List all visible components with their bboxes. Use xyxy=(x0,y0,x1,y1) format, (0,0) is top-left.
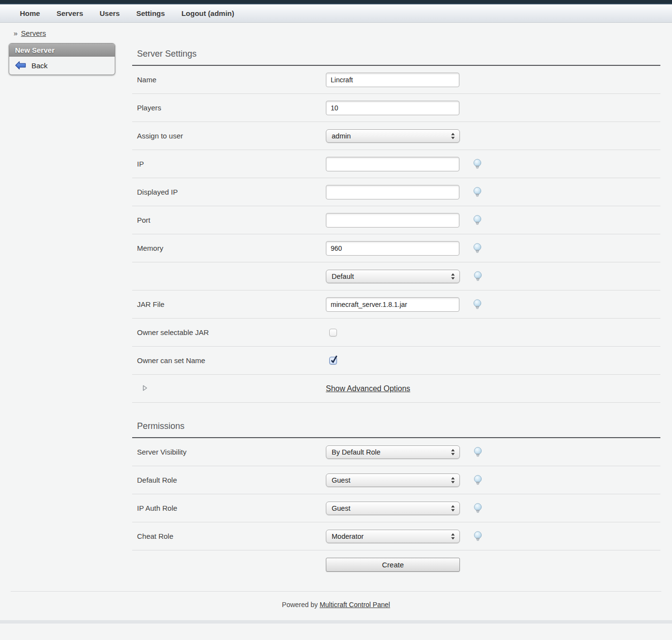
form-row-ip: IP xyxy=(132,150,660,178)
help-bulb-icon[interactable] xyxy=(473,187,482,197)
field-label: Server Visibility xyxy=(132,448,326,456)
select-stepper-icon xyxy=(451,477,455,484)
form-row-owner-selectable-jar: Owner selectable JAR xyxy=(132,319,660,347)
form-row-name: Name xyxy=(132,66,660,94)
nav-item-logout[interactable]: Logout (admin) xyxy=(173,9,243,17)
nav-item-users[interactable]: Users xyxy=(92,9,128,17)
select-stepper-icon xyxy=(451,505,455,512)
field-label: Owner selectable JAR xyxy=(132,328,326,336)
show-advanced-options-link[interactable]: Show Advanced Options xyxy=(326,384,410,393)
help-bulb-icon[interactable] xyxy=(473,215,482,225)
sidebar-panel: New Server Back xyxy=(9,43,115,75)
form-row-memory: Memory xyxy=(132,234,660,262)
checkmark-icon xyxy=(330,354,338,364)
select-stepper-icon xyxy=(451,533,455,540)
back-button-label: Back xyxy=(31,61,47,70)
field-label: IP Auth Role xyxy=(132,504,326,512)
section-title-server-settings: Server Settings xyxy=(137,49,660,59)
assign-to-user-select[interactable]: admin xyxy=(326,129,460,143)
form-row-ip-auth-role: IP Auth Role Guest xyxy=(132,494,660,522)
select-stepper-icon xyxy=(451,133,455,139)
nav-item-home[interactable]: Home xyxy=(12,9,48,17)
help-bulb-icon[interactable] xyxy=(473,475,483,485)
field-label xyxy=(132,384,326,393)
field-label: Memory xyxy=(132,244,326,252)
section-title-permissions: Permissions xyxy=(137,421,660,431)
form-row-advanced-options: Show Advanced Options xyxy=(132,375,660,403)
select-stepper-icon xyxy=(451,273,455,280)
breadcrumb-link-servers[interactable]: Servers xyxy=(21,29,46,37)
form-row-players: Players xyxy=(132,94,660,122)
form-row-displayed-ip: Displayed IP xyxy=(132,178,660,206)
field-label: Default Role xyxy=(132,476,326,484)
back-arrow-icon xyxy=(15,61,26,70)
form-row-server-visibility: Server Visibility By Default Role xyxy=(132,438,660,466)
field-label: Port xyxy=(132,216,326,224)
select-stepper-icon xyxy=(451,449,455,456)
nav-item-settings[interactable]: Settings xyxy=(128,9,173,17)
disclosure-triangle-icon[interactable] xyxy=(142,385,148,391)
window-top-bar xyxy=(0,0,672,4)
multicraft-link[interactable]: Multicraft Control Panel xyxy=(320,601,390,609)
form-row-create: Create xyxy=(132,550,660,579)
jar-file-input[interactable] xyxy=(326,297,459,312)
form-row-port: Port xyxy=(132,206,660,234)
field-label: Players xyxy=(132,104,326,112)
form-row-assign-to-user: Assign to user admin xyxy=(132,122,660,150)
help-bulb-icon[interactable] xyxy=(473,299,482,309)
help-bulb-icon[interactable] xyxy=(473,271,483,281)
help-bulb-icon[interactable] xyxy=(473,447,483,457)
owner-can-set-name-checkbox[interactable] xyxy=(329,357,337,365)
help-bulb-icon[interactable] xyxy=(473,243,482,253)
ip-auth-role-select[interactable]: Guest xyxy=(326,502,460,515)
field-label: Assign to user xyxy=(132,132,326,140)
default-select[interactable]: Default xyxy=(326,270,460,283)
permissions-form: Server Visibility By Default Role Defaul… xyxy=(132,437,660,579)
breadcrumb: »Servers xyxy=(14,29,672,37)
server-visibility-select[interactable]: By Default Role xyxy=(326,445,460,459)
ip-input[interactable] xyxy=(326,157,459,171)
field-label: Name xyxy=(132,76,326,84)
form-row-jar-file: JAR File xyxy=(132,290,660,319)
help-bulb-icon[interactable] xyxy=(473,531,483,541)
back-button[interactable]: Back xyxy=(9,57,115,75)
field-label: IP xyxy=(132,160,326,168)
sidebar-title: New Server xyxy=(9,44,115,57)
field-label: Cheat Role xyxy=(132,532,326,540)
select-value: By Default Role xyxy=(332,448,381,456)
help-bulb-icon[interactable] xyxy=(473,159,482,169)
select-value: admin xyxy=(332,132,351,140)
footer-text: Powered by xyxy=(282,601,318,609)
window-bottom-bar xyxy=(0,620,672,624)
footer: Powered by Multicraft Control Panel xyxy=(0,592,672,620)
breadcrumb-marker: » xyxy=(14,29,17,37)
select-value: Moderator xyxy=(332,533,364,540)
field-label: Owner can set Name xyxy=(132,356,326,365)
default-role-select[interactable]: Guest xyxy=(326,473,460,487)
form-row-default-template: Default xyxy=(132,262,660,290)
select-value: Guest xyxy=(332,476,351,484)
server-settings-form: Name Players Assign to user admin xyxy=(132,65,660,403)
main-navigation: Home Servers Users Settings Logout (admi… xyxy=(0,4,672,23)
create-button[interactable]: Create xyxy=(326,558,460,572)
select-value: Guest xyxy=(332,504,351,512)
help-bulb-icon[interactable] xyxy=(473,503,483,513)
field-label: Displayed IP xyxy=(132,188,326,196)
select-value: Default xyxy=(332,273,354,280)
port-input[interactable] xyxy=(326,213,459,228)
owner-selectable-jar-checkbox[interactable] xyxy=(329,329,337,336)
memory-input[interactable] xyxy=(326,241,459,256)
name-input[interactable] xyxy=(326,73,459,87)
cheat-role-select[interactable]: Moderator xyxy=(326,530,460,543)
displayed-ip-input[interactable] xyxy=(326,185,459,199)
form-row-owner-can-set-name: Owner can set Name xyxy=(132,347,660,375)
nav-item-servers[interactable]: Servers xyxy=(48,9,92,17)
players-input[interactable] xyxy=(326,101,459,115)
field-label: JAR File xyxy=(132,300,326,308)
form-row-cheat-role: Cheat Role Moderator xyxy=(132,522,660,550)
main-content: Server Settings Name Players Assign to u… xyxy=(132,42,660,579)
form-row-default-role: Default Role Guest xyxy=(132,466,660,494)
